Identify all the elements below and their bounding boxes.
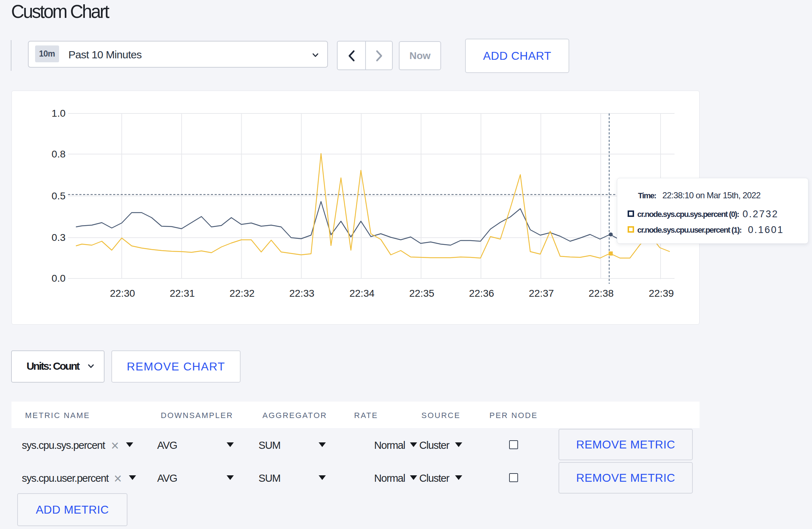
svg-text:22:38: 22:38: [589, 288, 614, 299]
svg-text:0.8: 0.8: [52, 149, 66, 160]
svg-text:22:37: 22:37: [529, 288, 554, 299]
svg-text:22:31: 22:31: [170, 288, 195, 299]
svg-text:0.0: 0.0: [52, 273, 66, 284]
svg-text:22:34: 22:34: [349, 288, 374, 299]
svg-text:22:33: 22:33: [289, 288, 314, 299]
svg-text:22:35: 22:35: [409, 288, 434, 299]
svg-text:22:32: 22:32: [229, 288, 255, 299]
svg-text:1.0: 1.0: [52, 108, 66, 119]
svg-text:22:36: 22:36: [469, 288, 494, 299]
svg-text:22:30: 22:30: [110, 288, 135, 299]
svg-text:0.3: 0.3: [52, 232, 66, 243]
svg-text:22:39: 22:39: [649, 288, 674, 299]
svg-text:0.5: 0.5: [52, 190, 66, 202]
